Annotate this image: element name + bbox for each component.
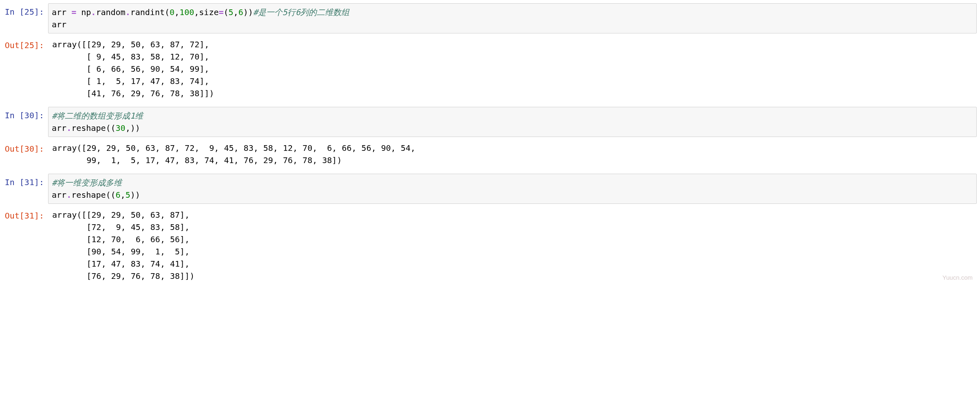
output-area: array([[29, 29, 50, 63, 87, 72], [ 9, 45… [48, 37, 977, 99]
code-line-2: arr.reshape((6,5)) [52, 189, 973, 201]
code-line-1: arr = np.random.randint(0,100,size=(5,6)… [52, 6, 973, 18]
output-cell-31: Out[31]: array([[29, 29, 50, 63, 87], [7… [3, 207, 977, 282]
code-line-2: arr [52, 18, 973, 31]
output-area: array([[29, 29, 50, 63, 87], [72, 9, 45,… [48, 207, 977, 282]
code-cell-30: In [30]: #将二维的数组变形成1维 arr.reshape((30,)) [3, 107, 977, 137]
output-prompt: Out[25]: [3, 37, 48, 99]
input-prompt: In [31]: [3, 174, 48, 204]
code-line-2: arr.reshape((30,)) [52, 122, 973, 134]
output-text: array([29, 29, 50, 63, 87, 72, 9, 45, 83… [52, 142, 973, 166]
output-cell-30: Out[30]: array([29, 29, 50, 63, 87, 72, … [3, 140, 977, 166]
input-prompt: In [30]: [3, 107, 48, 137]
output-text: array([[29, 29, 50, 63, 87, 72], [ 9, 45… [52, 38, 973, 99]
code-input-area[interactable]: arr = np.random.randint(0,100,size=(5,6)… [48, 3, 977, 33]
output-cell-25: Out[25]: array([[29, 29, 50, 63, 87, 72]… [3, 37, 977, 99]
code-cell-31: In [31]: #将一维变形成多维 arr.reshape((6,5)) [3, 174, 977, 204]
code-line-1: #将一维变形成多维 [52, 177, 973, 189]
watermark-text: Yuucn.com [942, 273, 973, 283]
output-text: array([[29, 29, 50, 63, 87], [72, 9, 45,… [52, 209, 973, 282]
input-prompt: In [25]: [3, 3, 48, 33]
output-prompt: Out[30]: [3, 140, 48, 166]
output-area: array([29, 29, 50, 63, 87, 72, 9, 45, 83… [48, 140, 977, 166]
code-line-1: #将二维的数组变形成1维 [52, 110, 973, 122]
code-cell-25: In [25]: arr = np.random.randint(0,100,s… [3, 3, 977, 33]
output-prompt: Out[31]: [3, 207, 48, 282]
code-input-area[interactable]: #将一维变形成多维 arr.reshape((6,5)) [48, 174, 977, 204]
code-input-area[interactable]: #将二维的数组变形成1维 arr.reshape((30,)) [48, 107, 977, 137]
